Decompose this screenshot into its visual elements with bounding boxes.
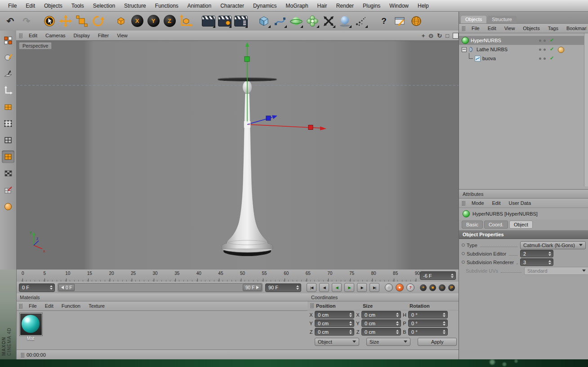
editor-visibility-dot[interactable] bbox=[539, 57, 541, 60]
panel-grip[interactable] bbox=[462, 201, 465, 206]
polygons-mode-button[interactable] bbox=[2, 150, 14, 163]
size-mode-dropdown[interactable]: Size bbox=[366, 338, 411, 346]
viewport-menu-item[interactable]: Cameras bbox=[41, 33, 70, 38]
lock-y-axis-button[interactable]: Y bbox=[146, 13, 161, 29]
materials-menu-item[interactable]: File bbox=[25, 303, 41, 309]
subdivide-uvs-dropdown[interactable]: Standard bbox=[524, 267, 588, 275]
object-axis-button[interactable] bbox=[113, 13, 129, 29]
add-nurbs-button[interactable] bbox=[289, 13, 304, 29]
animation-dot-icon[interactable] bbox=[462, 243, 465, 247]
menubar-item[interactable]: Help bbox=[413, 3, 433, 9]
lock-x-axis-button[interactable]: X bbox=[129, 13, 145, 29]
menubar-item[interactable]: MoGraph bbox=[281, 3, 313, 9]
next-frame-button[interactable]: ▶ bbox=[357, 283, 367, 292]
axis-mode-button[interactable] bbox=[2, 84, 14, 97]
viewport-menu-item[interactable]: View bbox=[113, 33, 132, 38]
viewport-menu-item[interactable]: Filter bbox=[94, 33, 113, 38]
record-keyframe-button[interactable]: ● bbox=[396, 283, 404, 292]
object-row-lathe[interactable]: Lathe NURBS ✓ bbox=[459, 45, 588, 54]
material-thumbnail[interactable] bbox=[20, 313, 42, 336]
viewport-menu-item[interactable]: Display bbox=[70, 33, 94, 38]
range-end-field[interactable]: 90 F bbox=[265, 283, 301, 292]
enabled-check-icon[interactable]: ✓ bbox=[550, 46, 554, 52]
panel-grip[interactable] bbox=[19, 33, 22, 38]
menubar-item[interactable]: Animation bbox=[183, 3, 216, 9]
render-preview-button[interactable] bbox=[2, 200, 14, 213]
menubar-item[interactable]: Window bbox=[385, 3, 413, 9]
stepper[interactable] bbox=[348, 313, 353, 317]
object-manager-menu-item[interactable]: Bookmarks bbox=[562, 26, 587, 31]
position-x-field[interactable]: 0 cm bbox=[315, 311, 354, 318]
range-start-field[interactable]: 0 F bbox=[19, 283, 55, 292]
object-manager-menu-item[interactable]: File bbox=[468, 26, 484, 31]
timeline-range-slider[interactable]: 0 F 90 F bbox=[58, 283, 263, 292]
menubar-item[interactable]: File bbox=[4, 3, 21, 9]
menubar-item[interactable]: Tools bbox=[67, 3, 89, 9]
edges-mode-button[interactable] bbox=[2, 134, 14, 146]
size-x-field[interactable]: 0 cm bbox=[361, 311, 401, 318]
panel-grip[interactable] bbox=[310, 303, 314, 308]
editor-visibility-dot[interactable] bbox=[539, 40, 541, 42]
add-particle-emitter-button[interactable] bbox=[353, 13, 369, 29]
lock-z-axis-button[interactable]: Z bbox=[162, 13, 177, 29]
stepper[interactable] bbox=[395, 330, 400, 334]
object-manager-menu-item[interactable]: View bbox=[500, 26, 519, 31]
enabled-check-icon[interactable]: ✓ bbox=[550, 55, 554, 61]
key-position-toggle[interactable]: + bbox=[420, 284, 427, 291]
workplane-mode-button[interactable] bbox=[2, 167, 14, 180]
stepper[interactable] bbox=[441, 313, 446, 317]
menubar-item[interactable]: Hair bbox=[313, 3, 332, 9]
menubar-item[interactable]: Structure bbox=[120, 3, 151, 9]
tab-basic[interactable]: Basic bbox=[462, 221, 483, 229]
animation-dot-icon[interactable] bbox=[462, 261, 465, 264]
goto-end-button[interactable]: ▶| bbox=[370, 283, 379, 292]
enabled-check-icon[interactable]: ✓ bbox=[550, 37, 554, 43]
menubar-item[interactable]: Plugins bbox=[358, 3, 385, 9]
key-parameter-toggle[interactable]: P bbox=[448, 284, 455, 291]
add-spline-button[interactable] bbox=[272, 13, 288, 29]
points-mode-button[interactable] bbox=[2, 117, 14, 130]
snap-settings-button[interactable] bbox=[2, 184, 14, 196]
texture-mode-button[interactable] bbox=[2, 101, 14, 113]
render-visibility-dot[interactable] bbox=[543, 57, 546, 60]
object-mode-button[interactable] bbox=[2, 67, 14, 80]
menubar-item[interactable]: Functions bbox=[151, 3, 183, 9]
size-z-field[interactable]: 0 cm bbox=[361, 328, 401, 336]
render-visibility-dot[interactable] bbox=[543, 40, 546, 42]
range-slider-left-handle[interactable]: 0 F bbox=[58, 284, 75, 291]
menubar-item[interactable]: Edit bbox=[21, 3, 40, 9]
model-mode-button[interactable] bbox=[2, 51, 14, 63]
scale-tool-button[interactable] bbox=[74, 13, 89, 29]
stepper[interactable] bbox=[348, 321, 353, 326]
render-view-button[interactable] bbox=[201, 13, 216, 29]
key-rotation-toggle[interactable]: ○ bbox=[439, 284, 445, 291]
material-name[interactable]: Mat bbox=[20, 336, 41, 341]
redo-button[interactable]: ↷ bbox=[19, 13, 34, 29]
menubar-item[interactable]: Objects bbox=[40, 3, 67, 9]
zoom-view-icon[interactable]: ⊙ bbox=[428, 32, 433, 39]
play-backward-button[interactable]: ◀ bbox=[332, 283, 342, 292]
rotation-h-field[interactable]: 0 ° bbox=[408, 311, 448, 318]
object-row-hypernurbs[interactable]: HyperNURBS ✓ bbox=[459, 36, 588, 45]
x-axis-handle[interactable] bbox=[308, 125, 313, 130]
attributes-menu-item[interactable]: User Data bbox=[505, 200, 535, 206]
render-picture-viewer-button[interactable] bbox=[233, 13, 249, 29]
range-start-stepper[interactable] bbox=[49, 285, 53, 290]
keyframe-selection-button[interactable]: ? bbox=[406, 283, 414, 292]
tab-objects[interactable]: Objects bbox=[461, 16, 486, 23]
stepper[interactable] bbox=[395, 321, 400, 326]
layout-browser-button[interactable] bbox=[392, 13, 408, 29]
current-frame-field[interactable]: -6 F bbox=[420, 271, 456, 280]
type-dropdown[interactable]: Catmull-Clark (N-Gons) bbox=[520, 241, 586, 249]
attributes-menu-item[interactable]: Mode bbox=[468, 200, 488, 206]
transform-manipulator[interactable] bbox=[245, 42, 327, 130]
attributes-menu-item[interactable]: Edit bbox=[488, 200, 505, 206]
collapse-expander-icon[interactable] bbox=[462, 47, 467, 52]
object-mode-dropdown[interactable]: Object bbox=[315, 338, 359, 346]
tab-coord[interactable]: Coord. bbox=[484, 221, 508, 229]
panel-grip[interactable] bbox=[19, 304, 22, 309]
apply-button[interactable]: Apply bbox=[418, 338, 457, 346]
goto-start-button[interactable]: |◀ bbox=[307, 283, 316, 292]
viewport-menu-item[interactable]: Edit bbox=[25, 33, 41, 38]
stepper[interactable] bbox=[441, 321, 446, 326]
